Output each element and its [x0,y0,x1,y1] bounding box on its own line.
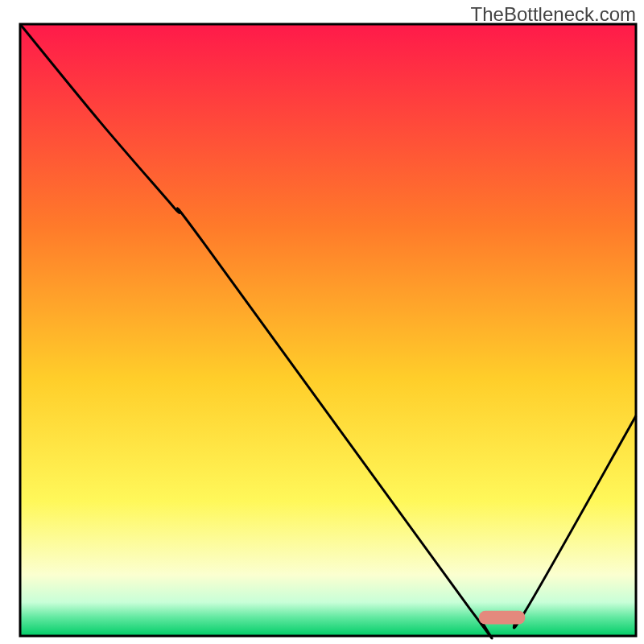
gradient-background [20,24,636,636]
optimal-range-marker [479,611,525,625]
chart-container: TheBottleneck.com [0,0,644,644]
watermark-text: TheBottleneck.com [471,3,636,26]
bottleneck-chart [0,0,644,644]
